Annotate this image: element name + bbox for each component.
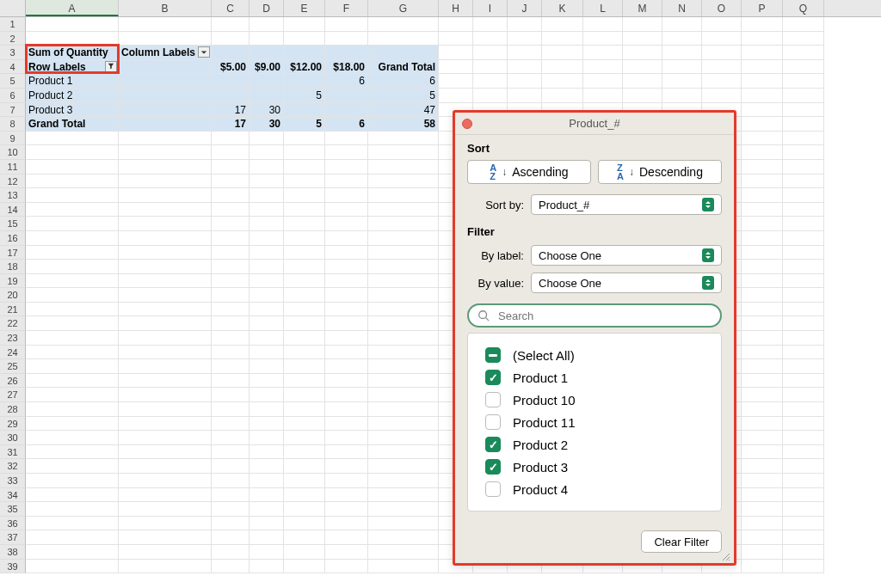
column-header-G[interactable]: G [368, 0, 439, 16]
cell[interactable] [26, 17, 119, 32]
cell[interactable] [119, 217, 212, 231]
cell[interactable] [783, 32, 824, 46]
cell[interactable] [284, 17, 325, 32]
cell[interactable] [368, 417, 439, 432]
cell[interactable] [26, 459, 119, 474]
cell[interactable] [212, 188, 250, 203]
row-header-24[interactable]: 24 [0, 346, 26, 360]
cell[interactable] [325, 488, 368, 503]
cell[interactable] [26, 203, 119, 217]
select-all-corner[interactable] [0, 0, 26, 16]
row-header-9[interactable]: 9 [0, 132, 26, 146]
cell[interactable] [119, 145, 212, 160]
cell[interactable] [26, 331, 119, 346]
cell[interactable] [439, 32, 473, 46]
cell[interactable] [250, 46, 284, 60]
cell[interactable] [250, 359, 284, 374]
cell[interactable] [368, 17, 439, 32]
row-header-2[interactable]: 2 [0, 32, 26, 46]
column-header-L[interactable]: L [583, 0, 623, 16]
cell[interactable] [284, 331, 325, 346]
cell[interactable] [742, 530, 783, 545]
cell[interactable] [368, 517, 439, 531]
cell[interactable] [368, 246, 439, 260]
row-header-26[interactable]: 26 [0, 374, 26, 389]
cell[interactable] [212, 359, 250, 374]
cell[interactable] [368, 316, 439, 331]
cell[interactable] [284, 402, 325, 417]
cell[interactable] [119, 32, 212, 46]
cell[interactable] [742, 288, 783, 303]
cell[interactable] [26, 530, 119, 545]
cell[interactable] [119, 246, 212, 260]
cell[interactable] [783, 346, 824, 360]
cell[interactable] [250, 303, 284, 317]
row-header-17[interactable]: 17 [0, 246, 26, 260]
cell[interactable]: 6 [325, 117, 368, 132]
cell[interactable] [119, 388, 212, 402]
cell[interactable] [119, 530, 212, 545]
cell[interactable] [119, 316, 212, 331]
cell[interactable] [26, 502, 119, 517]
cell[interactable] [119, 203, 212, 217]
cell[interactable] [742, 374, 783, 389]
filter-item[interactable]: Product 1 [485, 366, 704, 389]
cell[interactable] [325, 103, 368, 118]
cell[interactable] [368, 474, 439, 488]
cell[interactable] [250, 431, 284, 445]
cell[interactable] [119, 175, 212, 189]
cell[interactable]: 6 [325, 74, 368, 89]
cell[interactable]: 58 [368, 117, 439, 132]
cell[interactable] [783, 502, 824, 517]
cell[interactable] [119, 89, 212, 103]
cell[interactable] [439, 60, 473, 75]
cell[interactable] [212, 89, 250, 103]
cell[interactable] [119, 560, 212, 574]
filter-item[interactable]: Product 10 [485, 389, 704, 411]
cell[interactable] [119, 231, 212, 246]
cell[interactable] [742, 331, 783, 346]
cell[interactable] [284, 474, 325, 488]
cell[interactable] [325, 203, 368, 217]
row-header-5[interactable]: 5 [0, 74, 26, 89]
row-header-13[interactable]: 13 [0, 188, 26, 203]
row-header-14[interactable]: 14 [0, 203, 26, 217]
cell[interactable] [250, 175, 284, 189]
row-header-28[interactable]: 28 [0, 402, 26, 417]
cell[interactable] [284, 374, 325, 389]
cell[interactable] [26, 231, 119, 246]
row-header-29[interactable]: 29 [0, 417, 26, 432]
cell[interactable] [325, 175, 368, 189]
cell[interactable]: 5 [284, 89, 325, 103]
cell[interactable] [623, 60, 662, 75]
cell[interactable] [325, 246, 368, 260]
cell[interactable] [119, 160, 212, 175]
filter-item[interactable]: Product 4 [485, 478, 704, 500]
cell[interactable] [368, 231, 439, 246]
cell[interactable]: $12.00 [284, 60, 325, 75]
cell[interactable] [119, 60, 212, 75]
cell[interactable] [783, 274, 824, 289]
cell[interactable] [250, 388, 284, 402]
cell[interactable] [325, 388, 368, 402]
cell[interactable] [26, 545, 119, 560]
cell[interactable] [26, 374, 119, 389]
row-header-10[interactable]: 10 [0, 145, 26, 160]
row-header-36[interactable]: 36 [0, 517, 26, 531]
cell[interactable] [368, 431, 439, 445]
cell[interactable] [662, 46, 702, 60]
cell[interactable] [284, 530, 325, 545]
cell[interactable] [212, 274, 250, 289]
cell[interactable] [473, 89, 508, 103]
cell[interactable] [702, 60, 742, 75]
cell[interactable] [583, 74, 623, 89]
cell[interactable] [119, 303, 212, 317]
row-header-39[interactable]: 39 [0, 560, 26, 574]
cell[interactable] [508, 46, 542, 60]
cell[interactable] [325, 274, 368, 289]
cell[interactable] [742, 60, 783, 75]
cell[interactable] [662, 74, 702, 89]
cell[interactable] [250, 459, 284, 474]
cell[interactable] [542, 46, 583, 60]
cell[interactable] [325, 474, 368, 488]
